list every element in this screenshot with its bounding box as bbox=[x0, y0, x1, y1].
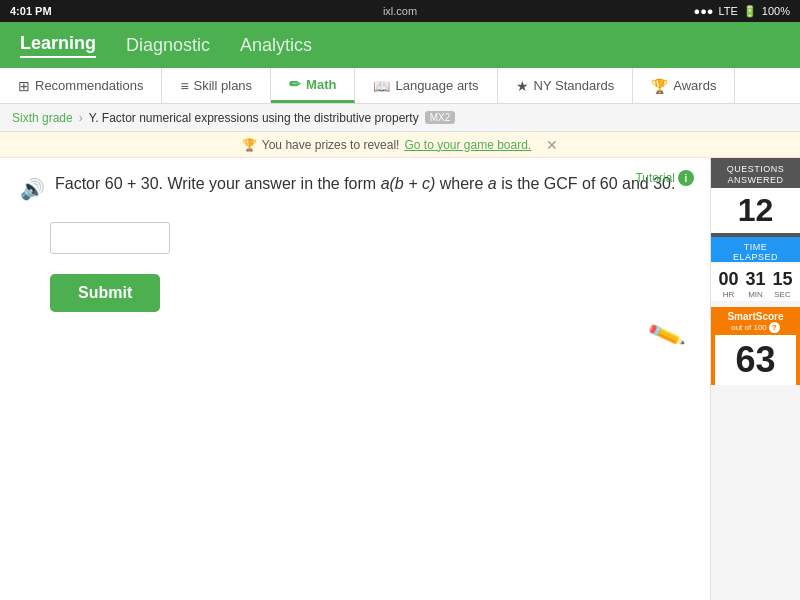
tab-language-arts[interactable]: 📖 Language arts bbox=[355, 68, 497, 103]
sub-nav: ⊞ Recommendations ≡ Skill plans ✏ Math 📖… bbox=[0, 68, 800, 104]
battery-icon: 🔋 bbox=[743, 5, 757, 18]
questions-answered-label: Questionsanswered bbox=[715, 164, 796, 186]
time-sec-label: SEC bbox=[772, 290, 792, 299]
smart-score-help-icon[interactable]: ? bbox=[769, 322, 780, 333]
question-avar: a bbox=[488, 175, 497, 192]
time-min-value: 31 bbox=[745, 269, 765, 290]
prize-link[interactable]: Go to your game board. bbox=[404, 138, 531, 152]
time-elapsed-box: Timeelapsed bbox=[711, 237, 800, 262]
tab-awards[interactable]: 🏆 Awards bbox=[633, 68, 735, 103]
time-min: 31 MIN bbox=[745, 269, 765, 299]
breadcrumb-sep: › bbox=[79, 111, 83, 125]
question-formula: a(b + c) bbox=[381, 175, 436, 192]
time-elapsed-label: Timeelapsed bbox=[715, 242, 796, 262]
time-hr-label: HR bbox=[718, 290, 738, 299]
question-text: 🔊 Factor 60 + 30. Write your answer in t… bbox=[20, 172, 690, 204]
pencil-area: ✏️ bbox=[20, 312, 690, 359]
smart-score-sub: out of 100 ? bbox=[715, 322, 796, 333]
trophy-icon: 🏆 bbox=[242, 138, 257, 152]
nav-learning[interactable]: Learning bbox=[20, 33, 96, 58]
status-domain: ixl.com bbox=[383, 5, 417, 17]
tutorial-info-icon: i bbox=[678, 170, 694, 186]
skill-badge: MX2 bbox=[425, 111, 456, 124]
prize-text: You have prizes to reveal! bbox=[262, 138, 400, 152]
status-right: ●●● LTE 🔋 100% bbox=[694, 5, 790, 18]
status-time: 4:01 PM bbox=[10, 5, 52, 17]
language-arts-icon: 📖 bbox=[373, 78, 390, 94]
smart-score-box: SmartScore out of 100 ? 63 bbox=[711, 307, 800, 385]
time-sec: 15 SEC bbox=[772, 269, 792, 299]
tab-recommendations[interactable]: ⊞ Recommendations bbox=[0, 68, 162, 103]
signal-icon: ●●● bbox=[694, 5, 714, 17]
ny-standards-icon: ★ bbox=[516, 78, 529, 94]
time-hr-value: 00 bbox=[718, 269, 738, 290]
recommendations-icon: ⊞ bbox=[18, 78, 30, 94]
math-icon: ✏ bbox=[289, 76, 301, 92]
questions-answered-value: 12 bbox=[711, 188, 800, 233]
time-digits: 00 HR 31 MIN 15 SEC bbox=[711, 264, 800, 301]
question-prefix: Factor 60 + 30. Write your answer in the… bbox=[55, 175, 381, 192]
tab-ny-standards[interactable]: ★ NY Standards bbox=[498, 68, 634, 103]
content-area: Tutorial i 🔊 Factor 60 + 30. Write your … bbox=[0, 158, 800, 600]
question-panel: Tutorial i 🔊 Factor 60 + 30. Write your … bbox=[0, 158, 710, 600]
awards-icon: 🏆 bbox=[651, 78, 668, 94]
prize-close-button[interactable]: ✕ bbox=[546, 137, 558, 153]
question-where: where bbox=[435, 175, 487, 192]
smart-score-label: SmartScore bbox=[715, 311, 796, 322]
tab-math[interactable]: ✏ Math bbox=[271, 68, 355, 103]
breadcrumb: Sixth grade › Y. Factor numerical expres… bbox=[0, 104, 800, 132]
breadcrumb-grade[interactable]: Sixth grade bbox=[12, 111, 73, 125]
stats-panel: Questionsanswered 12 Timeelapsed 00 HR 3… bbox=[710, 158, 800, 600]
answer-input[interactable] bbox=[50, 222, 170, 254]
tab-skill-plans[interactable]: ≡ Skill plans bbox=[162, 68, 271, 103]
main-nav: Learning Diagnostic Analytics bbox=[0, 22, 800, 68]
pencil-icon: ✏️ bbox=[646, 315, 687, 355]
prize-banner: 🏆 You have prizes to reveal! Go to your … bbox=[0, 132, 800, 158]
battery-level: 100% bbox=[762, 5, 790, 17]
time-sec-value: 15 bbox=[772, 269, 792, 290]
questions-answered-box: Questionsanswered 12 bbox=[711, 158, 800, 237]
status-bar: 4:01 PM ixl.com ●●● LTE 🔋 100% bbox=[0, 0, 800, 22]
time-min-label: MIN bbox=[745, 290, 765, 299]
tutorial-link[interactable]: Tutorial i bbox=[635, 170, 694, 186]
time-hr: 00 HR bbox=[718, 269, 738, 299]
smart-score-value: 63 bbox=[715, 335, 796, 385]
breadcrumb-skill: Y. Factor numerical expressions using th… bbox=[89, 111, 419, 125]
skill-plans-icon: ≡ bbox=[180, 78, 188, 94]
question-content: Factor 60 + 30. Write your answer in the… bbox=[55, 172, 675, 196]
lte-label: LTE bbox=[719, 5, 738, 17]
submit-button[interactable]: Submit bbox=[50, 274, 160, 312]
nav-diagnostic[interactable]: Diagnostic bbox=[126, 35, 210, 56]
tutorial-label: Tutorial bbox=[635, 171, 675, 185]
nav-analytics[interactable]: Analytics bbox=[240, 35, 312, 56]
speaker-icon[interactable]: 🔊 bbox=[20, 174, 45, 204]
